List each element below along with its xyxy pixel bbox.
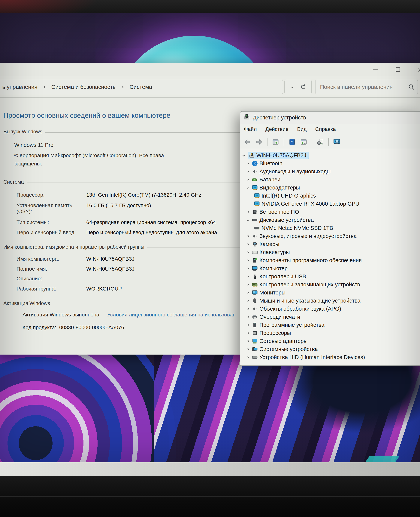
tree-row-network-adapters[interactable]: Сетевые адаптеры [240,337,420,345]
chevron-right-icon[interactable] [245,290,250,295]
tree-row-computer-root[interactable]: WIN-H0U75AQFB3J [240,151,420,159]
minimize-icon [373,69,378,70]
laptop-hinge-strip [0,462,420,476]
wallpaper-teal-accent [365,455,400,462]
display-adapter-icon [254,201,260,207]
tree-row-software-devices[interactable]: Программные устройства [240,321,420,329]
device-manager-menubar: Файл Действие Вид Справка [240,123,420,135]
close-button[interactable] [414,65,420,74]
help-button[interactable]: ? [287,137,297,147]
back-arrow-icon [244,139,251,146]
license-terms-link[interactable]: Условия лицензионного соглашения на испо… [107,312,236,318]
chevron-right-icon[interactable] [245,169,250,174]
chevron-right-icon[interactable] [245,307,250,311]
back-button[interactable] [243,137,252,147]
chevron-right-icon[interactable] [245,315,250,319]
product-key-label: Код продукта: [22,324,56,331]
chevron-down-icon[interactable] [245,185,250,190]
tree-row-print-queues[interactable]: Очереди печати [240,313,420,321]
chevron-right-icon[interactable] [245,209,250,215]
tree-row-storage-controllers[interactable]: Контроллеры запоминающих устройств [240,281,420,289]
chevron-right-icon[interactable] [245,339,250,344]
tree-row-computer[interactable]: Компьютер [240,264,420,272]
chevron-right-icon[interactable] [245,266,250,271]
tree-row-intel-uhd[interactable]: Intel(R) UHD Graphics [240,192,420,200]
svg-text:?: ? [291,140,293,144]
chevron-right-icon[interactable] [245,250,250,255]
chevron-right-icon[interactable] [245,298,250,303]
usb-controller-icon [252,274,258,279]
monitor-icon [252,290,258,296]
tree-row-cameras[interactable]: Камеры [240,240,420,248]
chevron-right-icon[interactable] [245,234,250,239]
address-dropdown-button[interactable] [290,85,295,89]
breadcrumb-system-security[interactable]: Система и безопасность [51,84,116,90]
bluetooth-icon [252,161,258,166]
breadcrumb-system[interactable]: Система [129,84,152,90]
keyboard-icon [252,249,258,255]
chevron-right-icon[interactable] [245,282,250,287]
properties-button[interactable] [299,137,308,147]
tree-row-audio-processing-objects[interactable]: Объекты обработки звука (APO) [240,305,420,313]
chevron-right-icon[interactable] [245,274,250,279]
chevron-right-icon[interactable] [245,331,250,336]
refresh-button[interactable] [300,84,306,90]
chevron-right-icon[interactable] [245,258,250,263]
chevron-right-icon[interactable] [245,242,250,247]
minimize-button[interactable] [369,65,382,74]
tree-row-nvme-ssd[interactable]: NVMe Netac NVMe SSD 1TB [240,224,420,232]
tree-row-usb-controllers[interactable]: Контроллеры USB [240,272,420,281]
tree-row-firmware[interactable]: Встроенное ПО [240,208,420,216]
breadcrumb-control-panel[interactable]: ь управления [2,84,38,90]
device-tree: WIN-H0U75AQFB3J Bluetooth Аудиовходы и а… [240,149,420,365]
system-device-icon [252,346,258,352]
show-console-tree-button[interactable] [271,137,280,147]
scan-hardware-changes-button[interactable] [315,137,325,147]
menu-file[interactable]: Файл [244,126,257,132]
chevron-right-icon[interactable] [245,347,250,352]
page-title: Просмотр основных сведений о вашем компь… [3,112,170,119]
tree-row-processors[interactable]: Процессоры [240,329,420,337]
tree-row-hid-devices[interactable]: Устройства HID (Human Interface Devices) [240,353,420,361]
forward-button[interactable] [254,137,264,147]
windows-product-name: Windows 11 Pro [14,142,53,148]
laptop-screen-photo: ь управления Система и безопасность Сист… [0,0,420,517]
tree-row-batteries[interactable]: Батареи [240,176,420,184]
tree-row-monitors[interactable]: Мониторы [240,289,420,297]
device-search-button[interactable] [332,137,341,147]
menu-help[interactable]: Справка [315,126,336,132]
chevron-right-icon[interactable] [245,355,250,360]
maximize-icon [396,67,400,72]
search-icon [408,84,415,90]
audio-endpoint-icon [252,169,258,174]
tree-row-software-components[interactable]: Компоненты программного обеспечения [240,256,420,264]
network-adapter-icon [252,338,258,344]
tree-row-nvidia-rtx4060[interactable]: NVIDIA GeForce RTX 4060 Laptop GPU [240,200,420,208]
menu-action[interactable]: Действие [265,126,288,132]
tree-row-disk-drives[interactable]: Дисковые устройства [240,216,420,224]
addressbar-tools [284,80,312,94]
storage-controller-icon [252,282,258,287]
disk-drive-icon [252,217,258,223]
chevron-down-icon[interactable] [241,153,246,158]
tree-row-system-devices[interactable]: Системные устройства [240,345,420,353]
battery-icon [252,177,258,183]
chevron-down-icon[interactable] [245,218,250,223]
tree-row-bluetooth[interactable]: Bluetooth [240,159,420,168]
tree-row-mice[interactable]: Мыши и иные указывающие устройства [240,297,420,305]
tree-row-display-adapters[interactable]: Видеоадаптеры [240,184,420,192]
tree-row-audio-endpoints[interactable]: Аудиовходы и аудиовыходы [240,168,420,176]
activation-status: Активация Windows выполнена [22,312,99,318]
print-queue-icon [252,314,258,320]
tree-row-keyboards[interactable]: Клавиатуры [240,248,420,256]
maximize-button[interactable] [392,65,404,74]
tree-row-sound-devices[interactable]: Звуковые, игровые и видеоустройства [240,232,420,240]
chevron-right-icon[interactable] [245,177,250,182]
search-input[interactable] [320,84,408,90]
chevron-right-icon[interactable] [245,323,250,328]
toolbar-separator [267,138,268,146]
menu-view[interactable]: Вид [297,126,307,132]
chevron-right-icon[interactable] [245,161,250,166]
sound-device-icon [252,233,258,239]
device-manager-icon [243,114,250,122]
